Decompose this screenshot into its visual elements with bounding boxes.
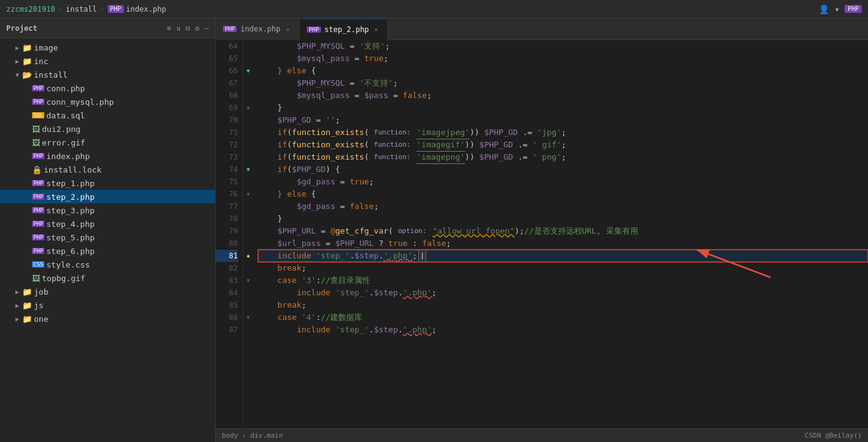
sort-icon[interactable]: ⇅: [176, 24, 180, 33]
string: 'imagepng': [416, 151, 464, 164]
sidebar-item-step2-php[interactable]: PHP step_2.php: [0, 190, 215, 203]
fold-marker: [243, 176, 253, 188]
sidebar-item-job[interactable]: ▶ 📁 job: [0, 285, 215, 298]
sidebar-item-install-lock[interactable]: 🔒 install.lock: [0, 163, 215, 176]
fold-marker[interactable]: ▼: [243, 311, 253, 324]
var: $step: [374, 324, 398, 336]
keyword: if: [277, 163, 287, 176]
code-line-70: $PHP_GD = '';: [258, 114, 868, 126]
tab-index-php[interactable]: PHP index.php ✕: [216, 18, 299, 40]
breadcrumb-install[interactable]: install: [66, 5, 97, 14]
var: $PHP_GD: [277, 114, 311, 126]
sidebar-item-label: inc: [34, 57, 48, 66]
folder-icon: 📁: [22, 57, 32, 66]
code-content[interactable]: $PHP_MYSQL = '支持'; $mysql_pass = true; }…: [253, 40, 868, 428]
breadcrumb-zzcms[interactable]: zzcms201910: [6, 5, 55, 14]
sidebar-item-data-sql[interactable]: SQL data.sql: [0, 108, 215, 122]
php-file-badge: PHP: [32, 248, 44, 254]
sidebar-item-inc[interactable]: ▶ 📁 inc: [0, 54, 215, 68]
sidebar-item-label: install: [34, 70, 68, 80]
param-label: function:: [374, 139, 411, 151]
sidebar-item-conn-mysql-php[interactable]: PHP conn_mysql.php: [0, 95, 215, 108]
sidebar-item-step3-php[interactable]: PHP step_3.php: [0, 203, 215, 217]
string: '.php': [384, 250, 413, 262]
sidebar-item-step1-php[interactable]: PHP step_1.php: [0, 176, 215, 190]
close-tab-button[interactable]: ✕: [284, 25, 291, 33]
sidebar-item-js[interactable]: ▶ 📁 js: [0, 298, 215, 312]
minus-icon[interactable]: —: [205, 24, 209, 33]
keyword: break: [277, 262, 301, 274]
sidebar-item-label: step_3.php: [46, 206, 94, 215]
fold-marker: [243, 324, 253, 336]
topbar-right: 👤 ▾ PHP: [819, 4, 862, 14]
php-file-badge: PHP: [32, 180, 44, 186]
comment: //是否支持远程URL, 采集有用: [524, 225, 638, 237]
sidebar-item-step6-php[interactable]: PHP step_6.php: [0, 244, 215, 258]
breadcrumb-file: index.php: [126, 5, 166, 14]
fold-marker[interactable]: ▼: [243, 102, 253, 114]
php-badge-breadcrumb: PHP: [108, 5, 124, 13]
var: $step: [374, 287, 398, 299]
sidebar-item-error-gif[interactable]: 🖼 error.gif: [0, 136, 215, 149]
sidebar-item-one[interactable]: ▶ 📁 one: [0, 312, 215, 325]
sidebar-item-index-php[interactable]: PHP index.php: [0, 149, 215, 163]
function: get_cfg_var: [335, 225, 388, 237]
code-line-74: if($PHP_GD) {: [258, 163, 868, 176]
keyword: include: [277, 250, 311, 262]
fold-marker[interactable]: ▼: [243, 188, 253, 200]
sql-file-badge: SQL: [32, 112, 44, 118]
code-gutter: ▼ ▼ ▼ ▼ ◆ ▼ ▼: [243, 40, 253, 428]
line-num: 64: [216, 40, 238, 52]
lock-file-icon: 🔒: [32, 165, 42, 174]
fold-marker[interactable]: ▼: [243, 65, 253, 77]
code-line-79: $PHP_URL = @get_cfg_var( option: "allow_…: [258, 225, 868, 237]
line-num: 77: [216, 200, 238, 213]
string: '不支持': [359, 77, 393, 89]
string: '支持': [359, 40, 385, 52]
add-icon[interactable]: ⊕: [167, 24, 171, 33]
folder-icon: 📁: [22, 301, 32, 310]
tab-step2-php[interactable]: PHP step_2.php ✕: [299, 18, 388, 40]
string: 'step_': [316, 250, 350, 262]
sidebar-item-label: one: [34, 314, 48, 324]
sidebar-item-label: dui2.png: [42, 125, 81, 134]
line-num: 66: [216, 65, 238, 77]
sidebar-item-label: js: [34, 301, 44, 310]
code-line-83: case '3'://查目录属性: [258, 274, 868, 287]
var: $gd_pass: [297, 176, 336, 188]
sidebar-item-step4-php[interactable]: PHP step_4.php: [0, 217, 215, 231]
img-file-icon: 🖼: [32, 274, 40, 283]
settings-icon[interactable]: ⚙: [195, 24, 200, 33]
close-tab-button[interactable]: ✕: [373, 25, 380, 33]
sidebar-item-topbg-gif[interactable]: 🖼 topbg.gif: [0, 271, 215, 285]
string: ' png': [532, 151, 561, 163]
string: 'step_': [335, 324, 369, 336]
code-line-77: $gd_pass = false;: [258, 200, 868, 213]
sidebar-item-label: data.sql: [46, 111, 85, 120]
sidebar-item-image[interactable]: ▶ 📁 image: [0, 41, 215, 54]
line-num: 78: [216, 213, 238, 225]
sidebar-item-label: step_6.php: [46, 247, 94, 256]
sidebar-item-label: conn.php: [46, 84, 85, 93]
collapse-icon[interactable]: ⊟: [185, 24, 190, 33]
string: 'jpg': [537, 126, 561, 139]
fold-marker[interactable]: ▼: [243, 163, 253, 176]
keyword: false: [350, 200, 374, 213]
sidebar-icons[interactable]: ⊕ ⇅ ⊟ ⚙ —: [167, 24, 209, 33]
sidebar-item-step5-php[interactable]: PHP step_5.php: [0, 231, 215, 244]
sidebar-item-install[interactable]: ▼ 📂 install: [0, 68, 215, 81]
code-line-66: } else {: [258, 65, 868, 77]
keyword: false: [403, 89, 427, 102]
sidebar-item-label: topbg.gif: [42, 274, 85, 283]
fold-marker[interactable]: ▼: [243, 274, 253, 287]
sidebar-item-dui2-png[interactable]: 🖼 dui2.png: [0, 122, 215, 136]
user-icon[interactable]: 👤 ▾: [819, 4, 840, 14]
css-file-badge: CSS: [32, 261, 44, 268]
php-file-badge: PHP: [32, 85, 44, 91]
line-num: 65: [216, 52, 238, 65]
line-num: 85: [216, 299, 238, 311]
sidebar-item-conn-php[interactable]: PHP conn.php: [0, 81, 215, 95]
sidebar-item-style-css[interactable]: CSS style.css: [0, 258, 215, 271]
comment: //查目录属性: [321, 274, 371, 287]
sidebar-item-label: step_2.php: [46, 192, 94, 202]
